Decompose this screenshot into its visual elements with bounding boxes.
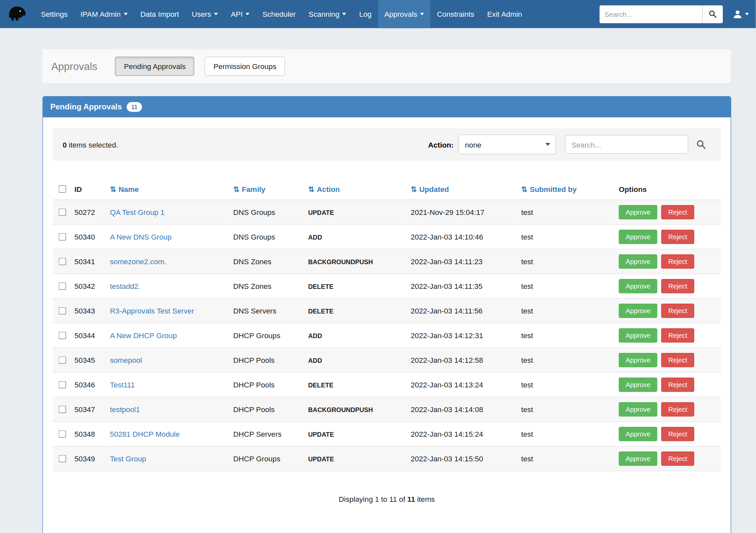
row-name-link[interactable]: 50281 DHCP Module (110, 430, 180, 439)
row-id: 50272 (71, 200, 106, 225)
table-row: 50343 R3-Approvals Test Server DNS Serve… (53, 298, 721, 323)
row-submitted-by: test (517, 298, 615, 323)
row-checkbox[interactable] (59, 258, 67, 266)
row-submitted-by: test (517, 397, 615, 422)
reject-button[interactable]: Reject (662, 451, 694, 466)
approve-button[interactable]: Approve (619, 402, 658, 417)
row-checkbox[interactable] (59, 209, 67, 216)
row-checkbox[interactable] (59, 357, 67, 364)
nav-item-label: IPAM Admin (81, 10, 121, 18)
nav-item[interactable]: IPAM Admin (74, 0, 134, 28)
row-action: DELETE (308, 382, 334, 389)
col-header-label: Action (317, 185, 340, 193)
table-search-input[interactable] (565, 135, 688, 154)
col-header-submitted-by[interactable]: ⇅Submitted by (517, 178, 615, 200)
row-checkbox[interactable] (59, 431, 67, 438)
reject-button[interactable]: Reject (662, 353, 694, 367)
selected-text: items selected. (69, 140, 118, 149)
nav-item[interactable]: API (225, 0, 256, 28)
reject-button[interactable]: Reject (662, 254, 694, 269)
selected-items-info: 0 items selected. (63, 140, 118, 149)
nav-item[interactable]: Log (353, 0, 378, 28)
action-select[interactable]: none (459, 135, 556, 154)
nav-item[interactable]: Data Import (134, 0, 185, 28)
row-checkbox[interactable] (59, 406, 67, 413)
nav-item[interactable]: Approvals (378, 0, 431, 28)
panel-heading: Pending Approvals 11 (43, 96, 731, 117)
navbar-search-input[interactable] (600, 5, 702, 23)
row-updated: 2022-Jan-03 14:11:35 (407, 274, 517, 298)
col-header-action[interactable]: ⇅Action (304, 178, 407, 200)
row-name-link[interactable]: A New DNS Group (110, 233, 172, 241)
toolbar-controls: Action: none (428, 135, 711, 154)
approvals-tab-button[interactable]: Permission Groups (204, 57, 285, 76)
approve-button[interactable]: Approve (619, 254, 658, 269)
reject-button[interactable]: Reject (662, 402, 694, 417)
reject-button[interactable]: Reject (662, 378, 694, 392)
row-name-link[interactable]: somezone2.com. (110, 257, 166, 266)
reject-button[interactable]: Reject (662, 304, 694, 318)
reject-button[interactable]: Reject (662, 230, 694, 244)
table-search-button[interactable] (691, 137, 711, 152)
approve-button[interactable]: Approve (619, 205, 658, 220)
nav-item[interactable]: Constraints (431, 0, 481, 28)
row-action-cell: ADD (304, 348, 407, 372)
row-checkbox[interactable] (59, 332, 67, 339)
approvals-tab-button[interactable]: Pending Approvals (115, 57, 195, 76)
top-navbar: Settings IPAM Admin Data Import Users AP… (0, 0, 756, 28)
brand-logo[interactable] (0, 0, 35, 28)
row-name-cell: Test111 (106, 372, 230, 397)
approve-button[interactable]: Approve (619, 427, 658, 441)
row-checkbox-cell (53, 348, 71, 372)
row-action-cell: UPDATE (304, 200, 407, 225)
search-icon (696, 140, 706, 149)
row-submitted-by: test (517, 422, 615, 446)
approve-button[interactable]: Approve (619, 279, 658, 293)
approve-button[interactable]: Approve (619, 328, 658, 343)
row-updated: 2022-Jan-03 14:11:23 (407, 249, 517, 274)
reject-button[interactable]: Reject (662, 427, 694, 441)
row-name-link[interactable]: Test111 (110, 381, 135, 389)
nav-item[interactable]: Users (185, 0, 225, 28)
table-row: 50346 Test111 DHCP Pools DELETE 2022-Jan… (53, 372, 721, 397)
row-checkbox[interactable] (59, 307, 67, 315)
caret-down-icon (342, 13, 346, 15)
row-name-link[interactable]: R3-Approvals Test Server (110, 306, 194, 315)
row-name-link[interactable]: Test Group (110, 454, 146, 463)
user-menu[interactable] (733, 9, 749, 19)
row-checkbox[interactable] (59, 233, 67, 241)
row-checkbox[interactable] (59, 455, 67, 463)
row-options-cell: Approve Reject (615, 225, 721, 249)
approve-button[interactable]: Approve (619, 304, 658, 318)
row-name-link[interactable]: testadd2. (110, 282, 141, 290)
col-header-family[interactable]: ⇅Family (230, 178, 304, 200)
row-name-link[interactable]: somepool (110, 356, 142, 364)
col-header-label: Name (119, 185, 139, 193)
row-action: UPDATE (308, 209, 334, 217)
reject-button[interactable]: Reject (662, 205, 694, 220)
row-id: 50341 (71, 249, 106, 274)
nav-item[interactable]: Exit Admin (481, 0, 528, 28)
row-updated: 2022-Jan-03 14:15:50 (407, 446, 517, 471)
approve-button[interactable]: Approve (619, 378, 658, 392)
row-checkbox[interactable] (59, 282, 67, 290)
reject-button[interactable]: Reject (662, 328, 694, 343)
row-checkbox[interactable] (59, 381, 67, 389)
col-header-name[interactable]: ⇅Name (106, 178, 230, 200)
row-name-link[interactable]: QA Test Group 1 (110, 208, 165, 217)
nav-item[interactable]: Scanning (302, 0, 353, 28)
row-name-link[interactable]: A New DHCP Group (110, 331, 177, 340)
navbar-search-button[interactable] (702, 5, 723, 23)
col-header-updated[interactable]: ⇅Updated (407, 178, 517, 200)
approvals-tabs: Pending Approvals Permission Groups (115, 57, 293, 76)
row-name-link[interactable]: testpool1 (110, 405, 140, 414)
approve-button[interactable]: Approve (619, 353, 658, 367)
nav-item[interactable]: Settings (35, 0, 74, 28)
approve-button[interactable]: Approve (619, 451, 658, 466)
nav-item[interactable]: Scheduler (256, 0, 302, 28)
approvals-table: ID ⇅Name ⇅Family ⇅Action ⇅Updated ⇅Submi… (53, 178, 721, 471)
row-options-cell: Approve Reject (615, 446, 721, 471)
select-all-checkbox[interactable] (59, 185, 67, 193)
approve-button[interactable]: Approve (619, 230, 658, 244)
reject-button[interactable]: Reject (662, 279, 694, 293)
